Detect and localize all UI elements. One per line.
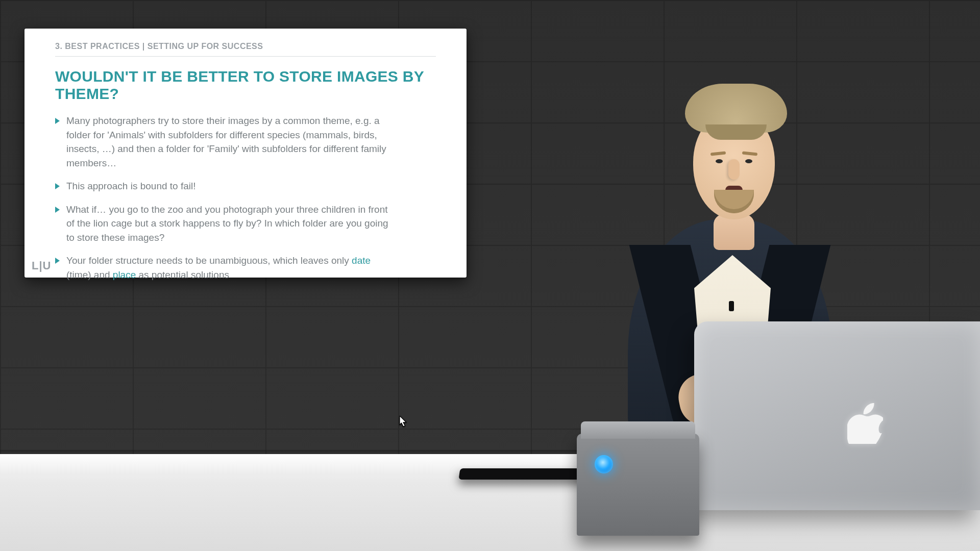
slide-bullet: What if… you go to the zoo and you photo… [55, 203, 393, 245]
laptop-lid [694, 321, 980, 510]
bullet-text: (time) and [66, 269, 113, 280]
highlight-place: place [113, 269, 136, 280]
slide-bullet-list: Many photographers try to store their im… [55, 114, 436, 282]
external-drive [577, 434, 699, 536]
slide-bullet: Many photographers try to store their im… [55, 114, 393, 170]
slide-breadcrumb: 3. BEST PRACTICES | SETTING UP FOR SUCCE… [55, 42, 436, 57]
video-frame: 3. BEST PRACTICES | SETTING UP FOR SUCCE… [0, 0, 980, 551]
bullet-text: as potential solutions [136, 269, 229, 280]
highlight-date: date [352, 255, 371, 266]
slide-title: WOULDN'T IT BE BETTER TO STORE IMAGES BY… [55, 68, 436, 103]
graphics-tablet [458, 468, 593, 480]
presentation-slide: 3. BEST PRACTICES | SETTING UP FOR SUCCE… [24, 29, 467, 278]
slide-logo: L|U [32, 259, 51, 272]
slide-bullet: Your folder structure needs to be unambi… [55, 254, 393, 282]
drive-power-led-icon [595, 455, 613, 473]
bullet-text: Your folder structure needs to be unambi… [66, 255, 352, 266]
apple-logo-icon [847, 403, 883, 444]
slide-bullet: This approach is bound to fail! [55, 179, 393, 193]
